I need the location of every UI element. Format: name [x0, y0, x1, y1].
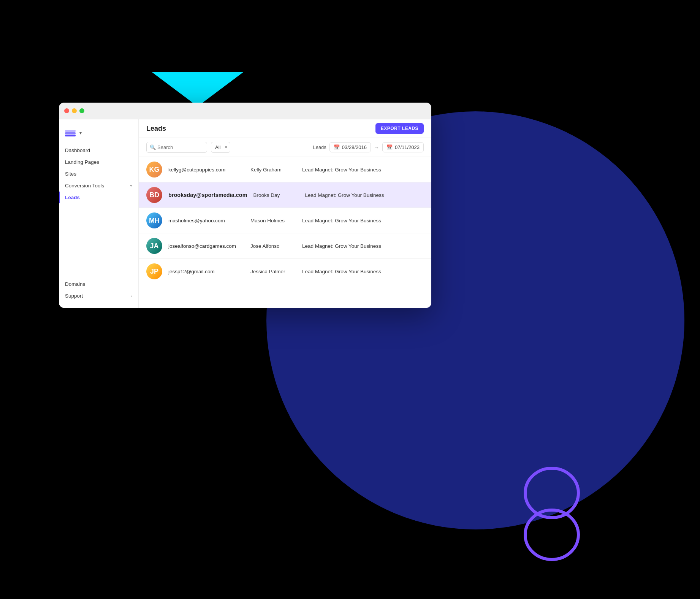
title-bar [59, 103, 431, 119]
table-row[interactable]: JA josealfonso@cardgames.com Jose Alfons… [139, 233, 431, 259]
sidebar-item-support[interactable]: Support › [59, 290, 138, 302]
sidebar-item-domains[interactable]: Domains [59, 278, 138, 290]
lead-name: Jose Alfonso [250, 243, 296, 249]
date-from-value: 03/28/2016 [342, 144, 367, 150]
lead-name: Kelly Graham [250, 167, 296, 173]
avatar: KG [146, 162, 162, 177]
table-row[interactable]: MH masholmes@yahoo.com Mason Holmes Lead… [139, 208, 431, 233]
date-range-arrow-icon: → [374, 144, 379, 151]
calendar-from-icon: 📅 [334, 144, 340, 150]
lead-email: masholmes@yahoo.com [168, 218, 244, 223]
table-row[interactable]: BD brooksday@sportsmedia.com Brooks Day … [139, 182, 431, 208]
sidebar-item-landing-pages[interactable]: Landing Pages [59, 156, 138, 168]
sidebar-bottom: Domains Support › [59, 275, 138, 302]
lead-name: Jessica Palmer [250, 269, 296, 274]
leads-list: KG kellyg@cutepuppies.com Kelly Graham L… [139, 157, 431, 308]
lead-source: Lead Magnet: Grow Your Business [302, 167, 381, 173]
sidebar-item-leads[interactable]: Leads [59, 192, 138, 203]
lead-email: jessp12@gmail.com [168, 269, 244, 274]
cyan-arrow-decoration [152, 72, 243, 106]
sidebar-item-dashboard[interactable]: Dashboard [59, 144, 138, 156]
search-icon: 🔍 [150, 144, 156, 150]
filter-bar: 🔍 All Leads 📅 03/28/2016 → [139, 138, 431, 157]
table-row[interactable]: KG kellyg@cutepuppies.com Kelly Graham L… [139, 157, 431, 182]
svg-rect-4 [65, 135, 76, 136]
export-leads-button[interactable]: EXPORT LEADS [375, 123, 424, 134]
calendar-to-icon: 📅 [386, 144, 393, 150]
page-title: Leads [146, 125, 166, 133]
lead-name: Mason Holmes [250, 218, 296, 223]
lead-email: brooksday@sportsmedia.com [168, 192, 247, 198]
avatar: MH [146, 212, 162, 228]
date-from-input[interactable]: 📅 03/28/2016 [329, 142, 371, 152]
logo-chevron-icon: ▾ [79, 130, 82, 136]
window-controls [64, 108, 84, 113]
purple-figure-decoration [510, 464, 594, 565]
avatar: BD [146, 187, 162, 203]
avatar: JP [146, 263, 162, 279]
date-to-input[interactable]: 📅 07/11/2023 [382, 142, 424, 152]
support-chevron-icon: › [131, 294, 132, 298]
app-body: ▾ Dashboard Landing Pages Sites Conversi… [59, 119, 431, 308]
lead-source: Lead Magnet: Grow Your Business [302, 243, 381, 249]
sidebar: ▾ Dashboard Landing Pages Sites Conversi… [59, 119, 139, 308]
content-header: Leads EXPORT LEADS [139, 119, 431, 138]
lead-source: Lead Magnet: Grow Your Business [302, 218, 381, 223]
lead-source: Lead Magnet: Grow Your Business [302, 269, 381, 274]
sidebar-item-conversion-tools[interactable]: Conversion Tools ▾ [59, 180, 138, 192]
sidebar-logo[interactable]: ▾ [59, 125, 138, 144]
maximize-dot[interactable] [79, 108, 84, 113]
search-wrapper: 🔍 [146, 142, 207, 153]
app-window: ▾ Dashboard Landing Pages Sites Conversi… [59, 103, 431, 308]
filter-select-wrap: All [211, 142, 230, 153]
close-dot[interactable] [64, 108, 69, 113]
minimize-dot[interactable] [72, 108, 77, 113]
logo-icon [65, 128, 76, 138]
svg-rect-3 [65, 132, 76, 134]
lead-email: kellyg@cutepuppies.com [168, 167, 244, 173]
filter-select[interactable]: All [211, 142, 230, 153]
table-row[interactable]: JP jessp12@gmail.com Jessica Palmer Lead… [139, 259, 431, 284]
lead-name: Brooks Day [253, 192, 299, 198]
sidebar-item-sites[interactable]: Sites [59, 168, 138, 180]
main-content: Leads EXPORT LEADS 🔍 All Leads 📅 [139, 119, 431, 308]
sidebar-navigation: Dashboard Landing Pages Sites Conversion… [59, 144, 138, 272]
avatar: JA [146, 238, 162, 254]
svg-rect-2 [65, 130, 76, 132]
lead-email: josealfonso@cardgames.com [168, 243, 244, 249]
lead-source: Lead Magnet: Grow Your Business [305, 192, 384, 198]
date-range: Leads 📅 03/28/2016 → 📅 07/11/2023 [313, 142, 424, 152]
date-range-label: Leads [313, 144, 326, 150]
conversion-tools-chevron-icon: ▾ [130, 183, 132, 188]
date-to-value: 07/11/2023 [395, 144, 420, 150]
